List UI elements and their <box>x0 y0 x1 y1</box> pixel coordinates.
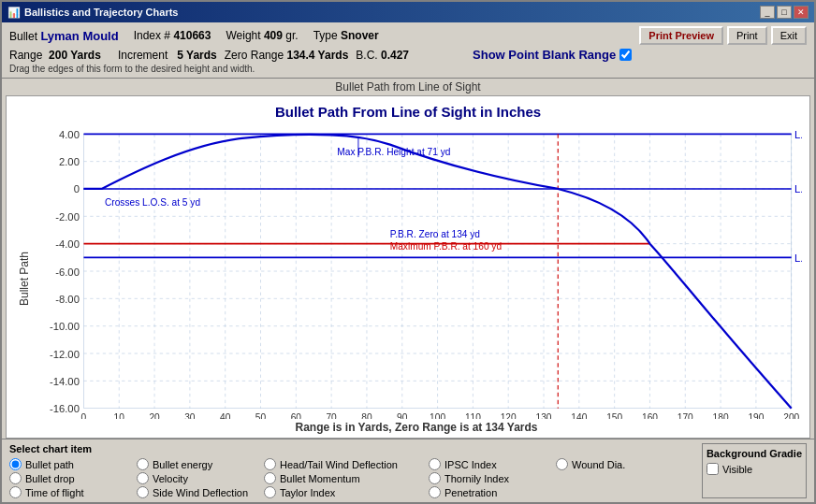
radio-taylor-index: Taylor Index <box>264 486 414 498</box>
range-value: 200 Yards <box>49 49 101 62</box>
radio-bullet-drop: Bullet drop <box>9 472 122 484</box>
svg-text:20: 20 <box>149 412 160 419</box>
chart-container: Bullet Path From Line of Sight in Inches… <box>6 95 810 439</box>
chart-svg: 4.00 2.00 0 -2.00 -4.00 -6.00 -8.00 -10.… <box>31 123 802 419</box>
radio-head-tail-input[interactable] <box>264 458 276 470</box>
radio-side-wind-label: Side Wind Deflection <box>153 487 248 498</box>
svg-text:4.00: 4.00 <box>59 129 80 140</box>
svg-text:110: 110 <box>465 412 481 419</box>
close-button[interactable]: ✕ <box>794 6 809 19</box>
radio-ipsc-input[interactable] <box>429 458 441 470</box>
weight-field: Weight 409 gr. <box>226 29 298 42</box>
radio-head-tail: Head/Tail Wind Deflection <box>264 458 414 470</box>
chart-subtitle-area: Bullet Path from Line of Sight <box>2 79 814 95</box>
header-row2: Range 200 Yards Increment 5 Yards Zero R… <box>9 48 807 62</box>
svg-text:0: 0 <box>81 412 87 419</box>
svg-text:-14.00: -14.00 <box>50 376 80 387</box>
radio-thornily-input[interactable] <box>429 472 441 484</box>
svg-text:-4.00: -4.00 <box>55 238 80 250</box>
svg-text:L.O.S.: L.O.S. <box>794 183 802 194</box>
header-panel: Bullet Lyman Mould Index # 410663 Weight… <box>2 22 814 79</box>
svg-text:140: 140 <box>571 412 587 419</box>
bg-gradient-title: Background Gradie <box>707 448 802 459</box>
radio-bullet-drop-input[interactable] <box>9 472 22 484</box>
radio-time-of-flight: Time of flight <box>9 486 122 498</box>
chart-main-title: Bullet Path From Line of Sight in Inches <box>7 96 809 123</box>
radio-bullet-energy-input[interactable] <box>137 458 149 470</box>
svg-text:Maximum P.B.R. at 160 yd: Maximum P.B.R. at 160 yd <box>390 241 502 252</box>
radio-bullet-momentum-input[interactable] <box>264 472 276 484</box>
visible-label: Visible <box>722 464 752 475</box>
range-field: Range 200 Yards <box>9 49 101 62</box>
svg-text:60: 60 <box>291 412 302 419</box>
main-window: 📊 Ballistics and Trajectory Charts _ □ ✕… <box>0 0 816 504</box>
radio-bullet-path: Bullet path <box>9 458 122 470</box>
exit-button[interactable]: Exit <box>771 26 807 45</box>
svg-text:190: 190 <box>748 412 764 419</box>
zero-range-value: 134.4 Yards <box>286 49 348 62</box>
svg-text:80: 80 <box>361 412 372 419</box>
radio-penetration-input[interactable] <box>429 486 441 498</box>
svg-text:160: 160 <box>642 412 658 419</box>
radio-col5: Wound Dia. <box>556 458 668 498</box>
bullet-prefix: Bullet <box>9 30 37 43</box>
svg-text:-12.00: -12.00 <box>50 349 80 360</box>
svg-text:-6.00: -6.00 <box>55 266 80 278</box>
bullet-name: Lyman Mould <box>40 29 118 43</box>
svg-text:70: 70 <box>326 412 337 419</box>
radio-velocity: Velocity <box>137 472 249 484</box>
svg-text:-10.00: -10.00 <box>50 321 80 332</box>
svg-text:50: 50 <box>255 412 267 419</box>
visible-checkbox[interactable] <box>707 463 719 475</box>
drag-hint: Drag the edges of this form to the desir… <box>9 64 807 74</box>
index-value: 410663 <box>173 29 211 42</box>
header-buttons: Print Preview Print Exit <box>639 26 807 45</box>
show-pbr-checkbox[interactable] <box>619 49 632 61</box>
radio-wound-dia-label: Wound Dia. <box>572 459 625 470</box>
radio-bullet-energy: Bullet energy <box>137 458 249 470</box>
radio-head-tail-label: Head/Tail Wind Deflection <box>280 459 398 470</box>
svg-rect-1 <box>83 134 791 408</box>
radio-thornily: Thornily Index <box>429 472 541 484</box>
svg-text:2.00: 2.00 <box>59 156 80 167</box>
radio-side-wind-input[interactable] <box>137 486 149 498</box>
radio-bullet-drop-label: Bullet drop <box>25 473 75 484</box>
svg-text:-8.00: -8.00 <box>55 294 80 305</box>
svg-text:90: 90 <box>397 412 408 419</box>
print-preview-button[interactable]: Print Preview <box>639 26 723 45</box>
print-button[interactable]: Print <box>727 26 767 45</box>
svg-text:L.O.S. + 5": L.O.S. + 5" <box>794 129 802 140</box>
zero-range-field: Zero Range 134.4 Yards <box>225 49 349 62</box>
weight-value: 409 <box>264 29 283 42</box>
radio-taylor-input[interactable] <box>264 486 276 498</box>
radio-col1: Bullet path Bullet drop Time of flight <box>9 458 122 498</box>
svg-text:Max P.B.R. Height at 71 yd: Max P.B.R. Height at 71 yd <box>337 147 450 157</box>
svg-text:200: 200 <box>783 412 799 419</box>
svg-text:100: 100 <box>430 412 445 419</box>
title-bar-controls: _ □ ✕ <box>760 6 809 19</box>
bc-field: B.C. 0.427 <box>356 49 409 62</box>
y-axis-label: Bullet Path <box>14 123 31 434</box>
title-bar-left: 📊 Ballistics and Trajectory Charts <box>7 7 178 19</box>
chart-svg-area: 4.00 2.00 0 -2.00 -4.00 -6.00 -8.00 -10.… <box>31 123 802 419</box>
radio-wound-dia-input[interactable] <box>556 458 568 470</box>
increment-value: 5 Yards <box>177 49 216 62</box>
svg-text:0: 0 <box>74 183 80 194</box>
radio-bullet-momentum: Bullet Momentum <box>264 472 414 484</box>
radio-wound-dia: Wound Dia. <box>556 458 668 470</box>
chart-and-xaxis: 4.00 2.00 0 -2.00 -4.00 -6.00 -8.00 -10.… <box>31 123 802 434</box>
x-axis-label: Range is in Yards, Zero Range is at 134 … <box>31 419 802 434</box>
bg-gradient-panel: Background Gradie Visible <box>702 443 807 498</box>
minimize-button[interactable]: _ <box>760 6 775 19</box>
radio-time-of-flight-input[interactable] <box>9 486 22 498</box>
maximize-button[interactable]: □ <box>777 6 792 19</box>
radio-bullet-path-input[interactable] <box>9 458 22 470</box>
index-field: Index # 410663 <box>134 29 211 42</box>
svg-text:L.O.S. -5": L.O.S. -5" <box>794 252 802 264</box>
svg-text:10: 10 <box>114 412 125 419</box>
svg-text:150: 150 <box>606 412 622 419</box>
radio-velocity-input[interactable] <box>137 472 149 484</box>
svg-text:180: 180 <box>713 412 729 419</box>
show-pbr-label: Show Point Blank Range <box>473 48 616 62</box>
svg-text:130: 130 <box>536 412 552 419</box>
